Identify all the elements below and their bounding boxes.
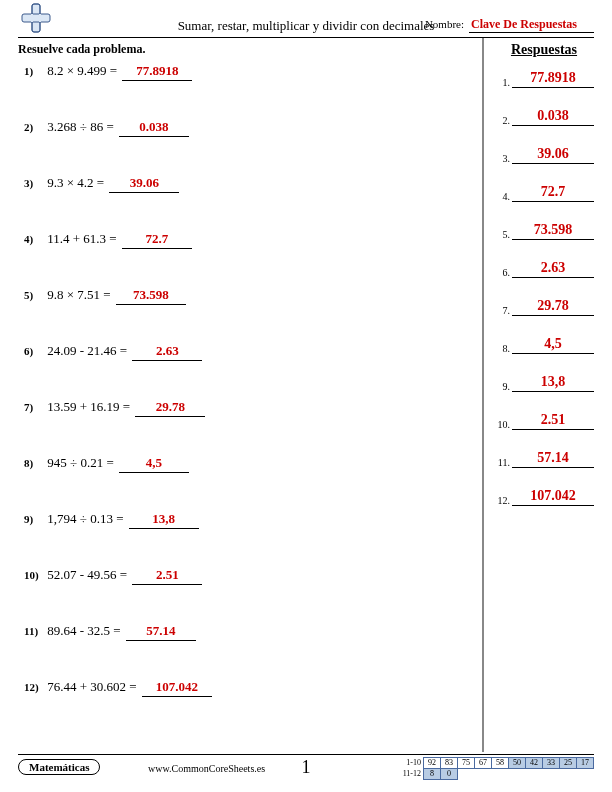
problem-row: 11) 89.64 - 32.5 = 57.14	[18, 623, 472, 641]
answer-number: 4.	[494, 191, 512, 202]
problem-number: 6)	[24, 345, 44, 357]
problem-row: 12) 76.44 + 30.602 = 107.042	[18, 679, 472, 697]
answer-value: 57.14	[512, 450, 594, 468]
answer-number: 8.	[494, 343, 512, 354]
problem-expression: 13.59 + 16.19 =	[47, 399, 130, 414]
worksheet-header: Sumar, restar, multiplicar y dividir con…	[18, 0, 594, 38]
score-cell: 58	[492, 758, 509, 769]
problem-row: 3) 9.3 × 4.2 = 39.06	[18, 175, 472, 193]
column-divider	[482, 38, 484, 752]
answer-number: 2.	[494, 115, 512, 126]
name-label: Nombre:	[425, 18, 464, 30]
answer-value: 73.598	[512, 222, 594, 240]
answer-number: 10.	[494, 419, 512, 430]
problem-number: 10)	[24, 569, 44, 581]
problem-answer: 77.8918	[122, 63, 192, 81]
problem-row: 5) 9.8 × 7.51 = 73.598	[18, 287, 472, 305]
answer-row: 2. 0.038	[494, 108, 594, 126]
problem-row: 7) 13.59 + 16.19 = 29.78	[18, 399, 472, 417]
problem-number: 8)	[24, 457, 44, 469]
score-row-label: 1-10	[398, 758, 424, 769]
problem-expression: 945 ÷ 0.21 =	[47, 455, 113, 470]
problem-number: 9)	[24, 513, 44, 525]
score-row-label: 11-12	[398, 769, 424, 780]
problem-row: 8) 945 ÷ 0.21 = 4,5	[18, 455, 472, 473]
score-cell: 8	[424, 769, 441, 780]
score-cell: 67	[475, 758, 492, 769]
answer-value: 29.78	[512, 298, 594, 316]
problem-number: 3)	[24, 177, 44, 189]
problem-expression: 9.3 × 4.2 =	[47, 175, 104, 190]
problem-expression: 9.8 × 7.51 =	[47, 287, 110, 302]
problem-row: 1) 8.2 × 9.499 = 77.8918	[18, 63, 472, 81]
problem-number: 4)	[24, 233, 44, 245]
score-cell: 0	[441, 769, 458, 780]
answer-number: 6.	[494, 267, 512, 278]
score-cell: 50	[509, 758, 526, 769]
problem-expression: 89.64 - 32.5 =	[47, 623, 120, 638]
answer-value: 107.042	[512, 488, 594, 506]
score-cell: 25	[560, 758, 577, 769]
problem-number: 1)	[24, 65, 44, 77]
answer-row: 12. 107.042	[494, 488, 594, 506]
score-cell: 83	[441, 758, 458, 769]
answer-value: 72.7	[512, 184, 594, 202]
problem-answer: 2.51	[132, 567, 202, 585]
instruction-text: Resuelve cada problema.	[18, 42, 472, 57]
answer-value: 2.51	[512, 412, 594, 430]
score-cell: 75	[458, 758, 475, 769]
answer-row: 5. 73.598	[494, 222, 594, 240]
answer-value: 2.63	[512, 260, 594, 278]
answer-number: 5.	[494, 229, 512, 240]
problem-expression: 3.268 ÷ 86 =	[47, 119, 113, 134]
answer-row: 11. 57.14	[494, 450, 594, 468]
problem-number: 2)	[24, 121, 44, 133]
problem-number: 11)	[24, 625, 44, 637]
score-cell: 17	[577, 758, 594, 769]
name-value: Clave De Respuestas	[469, 17, 594, 33]
answer-row: 9. 13,8	[494, 374, 594, 392]
answer-number: 9.	[494, 381, 512, 392]
problem-number: 12)	[24, 681, 44, 693]
answer-number: 3.	[494, 153, 512, 164]
answer-row: 6. 2.63	[494, 260, 594, 278]
answer-value: 39.06	[512, 146, 594, 164]
problem-answer: 2.63	[132, 343, 202, 361]
problem-expression: 24.09 - 21.46 =	[47, 343, 127, 358]
problem-expression: 52.07 - 49.56 =	[47, 567, 127, 582]
score-cell: 42	[526, 758, 543, 769]
problem-row: 9) 1,794 ÷ 0.13 = 13,8	[18, 511, 472, 529]
answer-row: 7. 29.78	[494, 298, 594, 316]
problem-row: 2) 3.268 ÷ 86 = 0.038	[18, 119, 472, 137]
answer-row: 4. 72.7	[494, 184, 594, 202]
problem-answer: 73.598	[116, 287, 186, 305]
answer-value: 77.8918	[512, 70, 594, 88]
subject-badge: Matemáticas	[18, 759, 100, 775]
answer-row: 8. 4,5	[494, 336, 594, 354]
website-text: www.CommonCoreSheets.es	[148, 763, 265, 774]
answers-title: Respuestas	[494, 42, 594, 58]
answer-row: 1. 77.8918	[494, 70, 594, 88]
answer-number: 1.	[494, 77, 512, 88]
worksheet-footer: Matemáticas www.CommonCoreSheets.es 1 1-…	[18, 754, 594, 782]
page-number: 1	[302, 757, 311, 778]
answer-value: 13,8	[512, 374, 594, 392]
problem-row: 6) 24.09 - 21.46 = 2.63	[18, 343, 472, 361]
problem-row: 4) 11.4 + 61.3 = 72.7	[18, 231, 472, 249]
score-cell: 92	[424, 758, 441, 769]
problem-number: 5)	[24, 289, 44, 301]
problem-expression: 11.4 + 61.3 =	[47, 231, 116, 246]
answer-value: 4,5	[512, 336, 594, 354]
problem-answer: 29.78	[135, 399, 205, 417]
problem-expression: 76.44 + 30.602 =	[47, 679, 136, 694]
problem-number: 7)	[24, 401, 44, 413]
problem-answer: 4,5	[119, 455, 189, 473]
problem-answer: 13,8	[129, 511, 199, 529]
problem-answer: 107.042	[142, 679, 212, 697]
problem-row: 10) 52.07 - 49.56 = 2.51	[18, 567, 472, 585]
problem-answer: 57.14	[126, 623, 196, 641]
score-grid: 1-10 92 83 75 67 58 50 42 33 25 17 11-12…	[398, 757, 595, 780]
answer-row: 10. 2.51	[494, 412, 594, 430]
problem-answer: 72.7	[122, 231, 192, 249]
answer-value: 0.038	[512, 108, 594, 126]
